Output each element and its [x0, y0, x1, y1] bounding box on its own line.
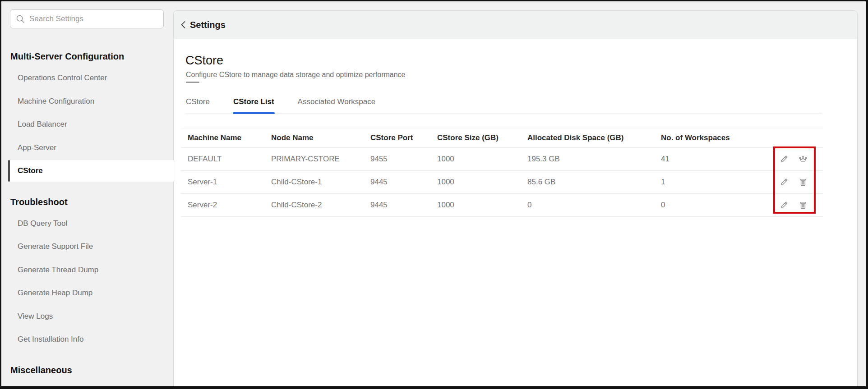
- subtitle-divider: [186, 82, 199, 83]
- edit-button[interactable]: [780, 178, 789, 187]
- table-row: DEFAULT PRIMARY-CSTORE 9455 1000 195.3 G…: [181, 148, 823, 171]
- active-tab-underline: [233, 112, 275, 114]
- search-input[interactable]: [29, 14, 158, 23]
- tab-label: CStore List: [233, 97, 274, 106]
- sidebar-item-machine-configuration[interactable]: Machine Configuration: [18, 96, 94, 106]
- col-cstore-size: CStore Size (GB): [437, 133, 527, 142]
- sidebar-heading-miscellaneous: Miscellaneous: [10, 364, 72, 376]
- settings-header-label: Settings: [190, 20, 226, 30]
- table-header-row: Machine Name Node Name CStore Port CStor…: [181, 128, 823, 148]
- cell-no-of-workspaces: 1: [661, 178, 756, 187]
- row-actions: [756, 178, 823, 187]
- selected-indicator-bar: [8, 160, 10, 182]
- settings-sidebar: Multi-Server Configuration Operations Co…: [1, 1, 173, 386]
- sidebar-item-app-server[interactable]: App-Server: [18, 143, 56, 153]
- cstore-tabs: CStore CStore List Associated Workspace: [185, 96, 822, 114]
- trash-icon: [799, 178, 808, 187]
- cell-cstore-size: 1000: [437, 155, 527, 164]
- cell-node-name: Child-CStore-1: [271, 178, 370, 187]
- sidebar-item-generate-support-file[interactable]: Generate Support File: [18, 242, 93, 252]
- trash-icon: [799, 201, 808, 210]
- sidebar-item-load-balancer[interactable]: Load Balancer: [18, 119, 67, 129]
- sidebar-item-generate-thread-dump[interactable]: Generate Thread Dump: [18, 265, 98, 275]
- edit-pencil-icon: [780, 201, 789, 210]
- edit-button[interactable]: [780, 155, 789, 164]
- settings-back-button[interactable]: Settings: [174, 11, 857, 39]
- sidebar-item-generate-heap-dump[interactable]: Generate Heap Dump: [18, 288, 92, 298]
- sidebar-item-operations-control-center[interactable]: Operations Control Center: [18, 73, 107, 83]
- back-chevron-icon: [180, 21, 186, 29]
- col-allocated-disk-space: Allocated Disk Space (GB): [527, 133, 661, 142]
- sidebar-item-view-logs[interactable]: View Logs: [18, 311, 53, 321]
- delete-button[interactable]: [799, 201, 808, 210]
- search-icon: [16, 14, 25, 23]
- cell-machine-name: Server-2: [181, 201, 271, 210]
- cell-cstore-size: 1000: [437, 201, 527, 210]
- cell-cstore-port: 9445: [370, 201, 437, 210]
- col-cstore-port: CStore Port: [370, 133, 437, 142]
- table-row: Server-1 Child-CStore-1 9445 1000 85.6 G…: [181, 171, 823, 194]
- row-actions: [756, 155, 823, 164]
- cstore-list-table: Machine Name Node Name CStore Port CStor…: [181, 128, 823, 217]
- cell-cstore-port: 9455: [370, 155, 437, 164]
- app-window: Multi-Server Configuration Operations Co…: [0, 0, 868, 389]
- edit-pencil-icon: [780, 178, 789, 187]
- cell-machine-name: Server-1: [181, 178, 271, 187]
- cell-no-of-workspaces: 0: [661, 201, 756, 210]
- search-settings-box[interactable]: [10, 9, 164, 28]
- tab-associated-workspace[interactable]: Associated Workspace: [297, 96, 376, 114]
- col-node-name: Node Name: [271, 133, 370, 142]
- main-panel: Settings CStore Configure CStore to mana…: [173, 10, 858, 386]
- col-machine-name: Machine Name: [181, 133, 271, 142]
- sidebar-heading-multi-server-configuration: Multi-Server Configuration: [10, 50, 124, 62]
- edit-button[interactable]: [780, 201, 789, 210]
- tab-cstore[interactable]: CStore: [185, 96, 210, 114]
- col-no-of-workspaces: No. of Workspaces: [661, 133, 756, 142]
- cell-allocated-disk-space: 0: [527, 201, 661, 210]
- cell-allocated-disk-space: 85.6 GB: [527, 178, 661, 187]
- crown-icon: [799, 155, 808, 164]
- cell-cstore-port: 9445: [370, 178, 437, 187]
- page-title: CStore: [185, 54, 223, 68]
- cell-allocated-disk-space: 195.3 GB: [527, 155, 661, 164]
- delete-button[interactable]: [799, 178, 808, 187]
- edit-pencil-icon: [780, 155, 789, 164]
- table-row: Server-2 Child-CStore-2 9445 1000 0 0: [181, 194, 823, 217]
- sidebar-item-db-query-tool[interactable]: DB Query Tool: [18, 219, 67, 229]
- primary-cstore-button[interactable]: [799, 155, 808, 164]
- sidebar-item-label: CStore: [18, 166, 43, 176]
- sidebar-item-get-installation-info[interactable]: Get Installation Info: [18, 334, 83, 344]
- page-subtitle: Configure CStore to manage data storage …: [186, 71, 406, 79]
- row-actions: [756, 201, 823, 210]
- cell-node-name: Child-CStore-2: [271, 201, 370, 210]
- tab-cstore-list[interactable]: CStore List: [233, 96, 275, 114]
- sidebar-item-cstore[interactable]: CStore: [8, 160, 174, 182]
- cell-cstore-size: 1000: [437, 178, 527, 187]
- cell-machine-name: DEFAULT: [181, 155, 271, 164]
- cell-node-name: PRIMARY-CSTORE: [271, 155, 370, 164]
- sidebar-heading-troubleshoot: Troubleshoot: [10, 196, 68, 208]
- cell-no-of-workspaces: 41: [661, 155, 756, 164]
